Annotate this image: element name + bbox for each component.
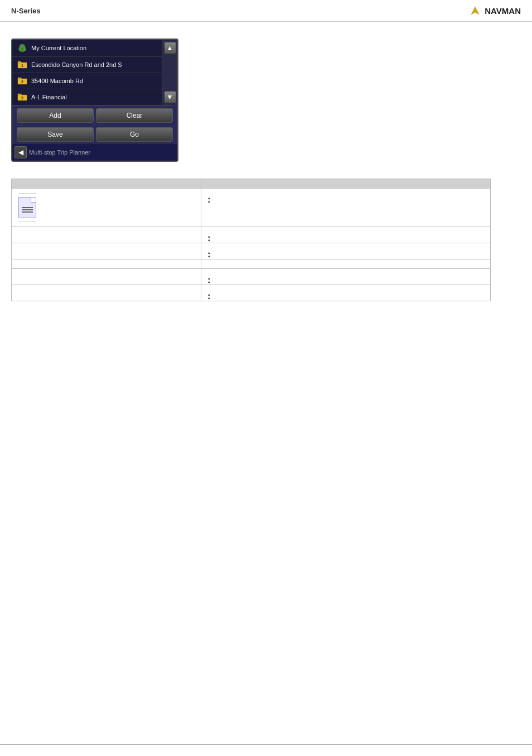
scroll-up-button[interactable]: ▲ [164,42,176,54]
page-footer [0,744,532,745]
location-icon [17,42,28,54]
col1-header [12,179,201,189]
brand-name: NAVMAN [485,6,521,16]
page-title: N-Series [11,7,41,15]
list-item [208,277,483,280]
page-header: N-Series NAVMAN [0,0,532,22]
bullet-list-1 [208,193,483,200]
trip-list-area: My Current Location 1 Escondido Canyon R… [12,40,177,105]
table-cell-right-5 [201,269,491,285]
folder-3-icon: 3 [17,92,28,102]
btn-row-2: Save Go [12,125,177,144]
info-table [11,179,491,301]
table-row [12,189,491,227]
main-content: My Current Location 1 Escondido Canyon R… [0,22,532,312]
doc-icon-container [18,193,36,222]
trip-item-current[interactable]: My Current Location [12,40,162,57]
svg-text:1: 1 [21,64,23,68]
svg-text:2: 2 [21,80,23,84]
trip-buttons: Add Clear Save Go [12,105,177,144]
list-item [208,293,483,296]
table-cell-left-6 [12,285,201,301]
clear-button[interactable]: Clear [96,108,173,123]
table-cell-left-4 [12,259,201,269]
list-item [208,196,483,200]
trip-item-3-text: A-L Financial [31,94,67,100]
list-item [208,235,483,238]
table-row [12,269,491,285]
go-button[interactable]: Go [96,127,173,142]
table-row [12,227,491,243]
table-row [12,259,491,269]
bullet-list-3 [208,248,483,254]
svg-marker-0 [471,7,479,15]
table-cell-right-3 [201,243,491,259]
add-button[interactable]: Add [17,108,94,123]
save-button[interactable]: Save [17,127,94,142]
trip-scroll: ▲ ▼ [162,40,177,105]
table-cell-right-4 [201,259,491,269]
back-button[interactable]: ◀ [14,146,27,158]
col2-header [201,179,491,189]
document-icon [18,197,36,218]
trip-list: My Current Location 1 Escondido Canyon R… [12,40,162,105]
bullet-list-6 [208,290,483,296]
folder-1-icon: 1 [17,60,28,70]
table-cell-left-1 [12,189,201,227]
trip-planner-widget: My Current Location 1 Escondido Canyon R… [11,38,178,162]
trip-item-current-text: My Current Location [31,45,86,51]
table-cell-right-6 [201,285,491,301]
folder-2-icon: 2 [17,76,28,86]
table-row [12,285,491,301]
trip-item-1[interactable]: 1 Escondido Canyon Rd and 2nd S [12,57,162,73]
navman-logo: NAVMAN [469,4,521,17]
table-cell-left-3 [12,243,201,259]
bullet-list-5 [208,273,483,280]
trip-footer-bar: ◀ Multi-stop Trip Planner [12,144,177,161]
table-cell-right-2 [201,227,491,243]
trip-item-2[interactable]: 2 35400 Macomb Rd [12,73,162,89]
trip-item-2-text: 35400 Macomb Rd [31,78,83,84]
doc-lines [22,206,33,214]
table-cell-right-1 [201,189,491,227]
trip-item-3[interactable]: 3 A-L Financial [12,89,162,105]
table-cell-left-2 [12,227,201,243]
scroll-down-button[interactable]: ▼ [164,91,176,103]
list-item [208,251,483,254]
btn-row-1: Add Clear [12,106,177,125]
svg-text:3: 3 [21,96,23,100]
trip-planner-label: Multi-stop Trip Planner [29,149,90,156]
bullet-list-2 [208,232,483,238]
table-row [12,243,491,259]
navman-logo-icon [469,4,481,17]
trip-item-1-text: Escondido Canyon Rd and 2nd S [31,61,122,68]
table-cell-left-5 [12,269,201,285]
